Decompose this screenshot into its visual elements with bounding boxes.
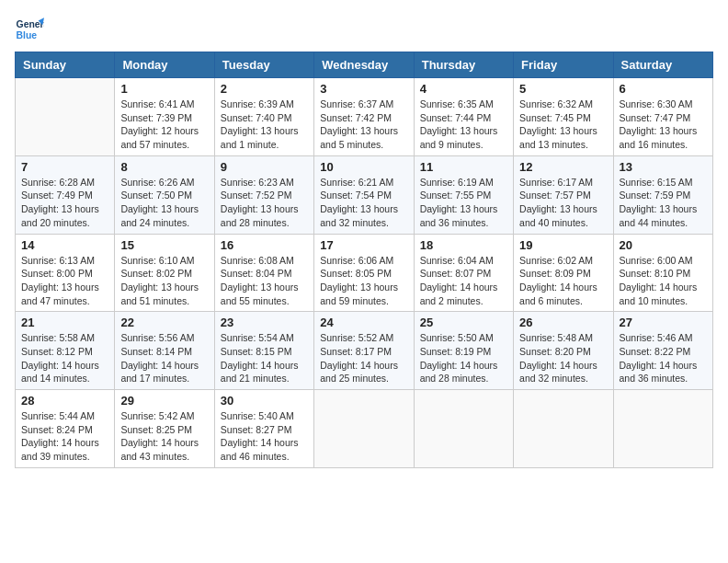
weekday-header: Sunday	[16, 52, 115, 78]
day-number: 9	[221, 160, 308, 174]
calendar-cell: 4Sunrise: 6:35 AM Sunset: 7:44 PM Daylig…	[414, 78, 513, 156]
day-info: Sunrise: 6:06 AM Sunset: 8:05 PM Dayligh…	[320, 254, 407, 308]
calendar-body: 1Sunrise: 6:41 AM Sunset: 7:39 PM Daylig…	[16, 78, 713, 468]
day-number: 23	[221, 316, 308, 329]
day-number: 14	[21, 238, 108, 252]
calendar-cell: 30Sunrise: 5:40 AM Sunset: 8:27 PM Dayli…	[214, 390, 313, 468]
day-number: 30	[221, 394, 308, 408]
day-info: Sunrise: 5:58 AM Sunset: 8:12 PM Dayligh…	[21, 331, 108, 385]
weekday-header: Thursday	[414, 52, 513, 78]
calendar-header-row: SundayMondayTuesdayWednesdayThursdayFrid…	[16, 52, 713, 78]
calendar-cell: 21Sunrise: 5:58 AM Sunset: 8:12 PM Dayli…	[16, 312, 115, 390]
calendar-cell: 7Sunrise: 6:28 AM Sunset: 7:49 PM Daylig…	[16, 155, 115, 234]
day-number: 15	[120, 238, 208, 252]
calendar-cell	[314, 390, 414, 468]
calendar-row: 7Sunrise: 6:28 AM Sunset: 7:49 PM Daylig…	[16, 155, 713, 234]
day-number: 19	[519, 238, 607, 252]
svg-text:Blue: Blue	[17, 30, 38, 40]
day-number: 18	[420, 238, 507, 252]
calendar-cell: 12Sunrise: 6:17 AM Sunset: 7:57 PM Dayli…	[514, 155, 613, 234]
day-info: Sunrise: 6:30 AM Sunset: 7:47 PM Dayligh…	[620, 98, 707, 152]
day-number: 26	[519, 316, 607, 329]
day-info: Sunrise: 5:46 AM Sunset: 8:22 PM Dayligh…	[620, 331, 707, 385]
day-info: Sunrise: 6:23 AM Sunset: 7:52 PM Dayligh…	[221, 176, 308, 230]
day-number: 28	[21, 394, 108, 408]
calendar-row: 14Sunrise: 6:13 AM Sunset: 8:00 PM Dayli…	[16, 234, 713, 312]
calendar-cell: 13Sunrise: 6:15 AM Sunset: 7:59 PM Dayli…	[613, 155, 712, 234]
day-info: Sunrise: 5:48 AM Sunset: 8:20 PM Dayligh…	[519, 331, 607, 385]
day-info: Sunrise: 5:50 AM Sunset: 8:19 PM Dayligh…	[420, 331, 507, 385]
calendar-cell: 20Sunrise: 6:00 AM Sunset: 8:10 PM Dayli…	[613, 234, 712, 312]
day-info: Sunrise: 6:39 AM Sunset: 7:40 PM Dayligh…	[221, 98, 308, 152]
calendar-cell: 2Sunrise: 6:39 AM Sunset: 7:40 PM Daylig…	[214, 78, 313, 156]
calendar-cell: 29Sunrise: 5:42 AM Sunset: 8:25 PM Dayli…	[115, 390, 214, 468]
calendar-cell: 25Sunrise: 5:50 AM Sunset: 8:19 PM Dayli…	[414, 312, 513, 390]
calendar-header: SundayMondayTuesdayWednesdayThursdayFrid…	[16, 52, 713, 78]
page-header: General Blue	[15, 15, 713, 44]
day-info: Sunrise: 6:00 AM Sunset: 8:10 PM Dayligh…	[620, 254, 707, 308]
day-number: 4	[420, 82, 507, 96]
calendar-cell: 1Sunrise: 6:41 AM Sunset: 7:39 PM Daylig…	[115, 78, 214, 156]
weekday-header: Wednesday	[314, 52, 414, 78]
weekday-header: Monday	[115, 52, 214, 78]
day-number: 13	[620, 160, 707, 174]
day-info: Sunrise: 6:37 AM Sunset: 7:42 PM Dayligh…	[320, 98, 407, 152]
day-number: 3	[320, 82, 407, 96]
day-number: 10	[320, 160, 407, 174]
calendar-cell: 19Sunrise: 6:02 AM Sunset: 8:09 PM Dayli…	[514, 234, 613, 312]
day-number: 16	[221, 238, 308, 252]
calendar-cell: 11Sunrise: 6:19 AM Sunset: 7:55 PM Dayli…	[414, 155, 513, 234]
calendar-row: 21Sunrise: 5:58 AM Sunset: 8:12 PM Dayli…	[16, 312, 713, 390]
calendar-cell: 15Sunrise: 6:10 AM Sunset: 8:02 PM Dayli…	[115, 234, 214, 312]
day-number: 12	[519, 160, 607, 174]
day-number: 29	[120, 394, 208, 408]
day-info: Sunrise: 6:02 AM Sunset: 8:09 PM Dayligh…	[519, 254, 607, 308]
calendar-cell	[613, 390, 712, 468]
day-info: Sunrise: 6:17 AM Sunset: 7:57 PM Dayligh…	[519, 176, 607, 230]
day-info: Sunrise: 6:10 AM Sunset: 8:02 PM Dayligh…	[120, 254, 208, 308]
calendar-cell: 16Sunrise: 6:08 AM Sunset: 8:04 PM Dayli…	[214, 234, 313, 312]
day-number: 21	[21, 316, 108, 329]
day-info: Sunrise: 6:35 AM Sunset: 7:44 PM Dayligh…	[420, 98, 507, 152]
calendar-cell: 24Sunrise: 5:52 AM Sunset: 8:17 PM Dayli…	[314, 312, 414, 390]
day-number: 6	[620, 82, 707, 96]
calendar-cell: 23Sunrise: 5:54 AM Sunset: 8:15 PM Dayli…	[214, 312, 313, 390]
day-number: 20	[620, 238, 707, 252]
calendar-cell: 26Sunrise: 5:48 AM Sunset: 8:20 PM Dayli…	[514, 312, 613, 390]
day-info: Sunrise: 5:42 AM Sunset: 8:25 PM Dayligh…	[120, 409, 208, 464]
calendar-cell	[16, 78, 115, 156]
calendar-cell: 28Sunrise: 5:44 AM Sunset: 8:24 PM Dayli…	[16, 390, 115, 468]
day-number: 17	[320, 238, 407, 252]
day-info: Sunrise: 6:15 AM Sunset: 7:59 PM Dayligh…	[620, 176, 707, 230]
day-info: Sunrise: 6:28 AM Sunset: 7:49 PM Dayligh…	[21, 176, 108, 230]
weekday-header: Saturday	[613, 52, 712, 78]
calendar-row: 28Sunrise: 5:44 AM Sunset: 8:24 PM Dayli…	[16, 390, 713, 468]
day-number: 7	[21, 160, 108, 174]
logo: General Blue	[15, 15, 48, 44]
day-info: Sunrise: 5:52 AM Sunset: 8:17 PM Dayligh…	[320, 331, 407, 385]
day-info: Sunrise: 6:04 AM Sunset: 8:07 PM Dayligh…	[420, 254, 507, 308]
calendar-cell: 27Sunrise: 5:46 AM Sunset: 8:22 PM Dayli…	[613, 312, 712, 390]
day-number: 2	[221, 82, 308, 96]
calendar-cell: 5Sunrise: 6:32 AM Sunset: 7:45 PM Daylig…	[514, 78, 613, 156]
day-info: Sunrise: 6:21 AM Sunset: 7:54 PM Dayligh…	[320, 176, 407, 230]
calendar-table: SundayMondayTuesdayWednesdayThursdayFrid…	[15, 52, 713, 468]
day-number: 25	[420, 316, 507, 329]
day-info: Sunrise: 6:26 AM Sunset: 7:50 PM Dayligh…	[120, 176, 208, 230]
day-info: Sunrise: 6:19 AM Sunset: 7:55 PM Dayligh…	[420, 176, 507, 230]
day-number: 11	[420, 160, 507, 174]
day-number: 5	[519, 82, 607, 96]
calendar-cell: 14Sunrise: 6:13 AM Sunset: 8:00 PM Dayli…	[16, 234, 115, 312]
calendar-cell	[514, 390, 613, 468]
calendar-row: 1Sunrise: 6:41 AM Sunset: 7:39 PM Daylig…	[16, 78, 713, 156]
calendar-cell: 22Sunrise: 5:56 AM Sunset: 8:14 PM Dayli…	[115, 312, 214, 390]
calendar-cell: 9Sunrise: 6:23 AM Sunset: 7:52 PM Daylig…	[214, 155, 313, 234]
calendar-cell: 3Sunrise: 6:37 AM Sunset: 7:42 PM Daylig…	[314, 78, 414, 156]
day-info: Sunrise: 5:40 AM Sunset: 8:27 PM Dayligh…	[221, 409, 308, 464]
calendar-cell	[414, 390, 513, 468]
logo-icon: General Blue	[15, 15, 44, 44]
calendar-cell: 17Sunrise: 6:06 AM Sunset: 8:05 PM Dayli…	[314, 234, 414, 312]
weekday-header: Tuesday	[214, 52, 313, 78]
day-info: Sunrise: 6:08 AM Sunset: 8:04 PM Dayligh…	[221, 254, 308, 308]
calendar-cell: 18Sunrise: 6:04 AM Sunset: 8:07 PM Dayli…	[414, 234, 513, 312]
